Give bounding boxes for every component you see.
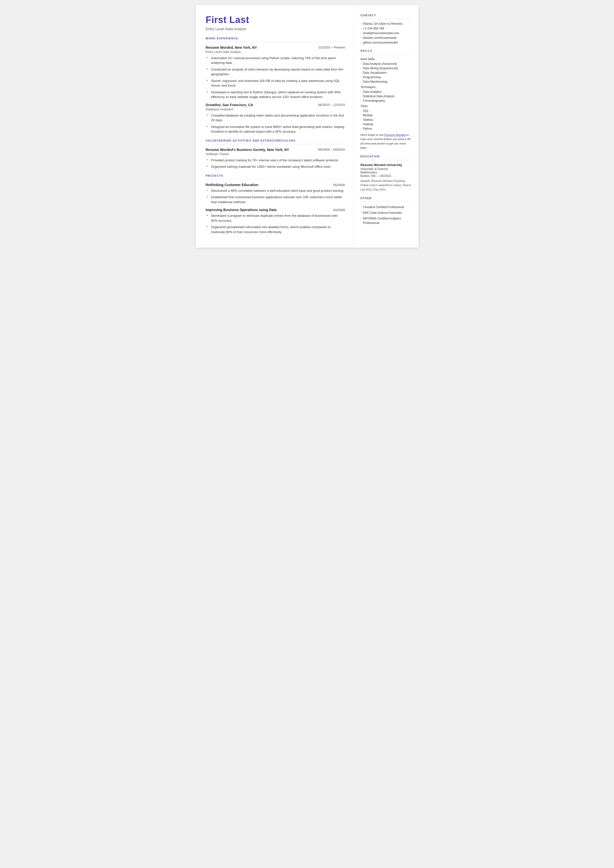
other-divider: [361, 202, 412, 202]
list-item: Data Mining (Experienced): [361, 67, 412, 70]
list-item: +1-234-456-789: [361, 27, 412, 30]
list-item: Provided product training for 70+ intern…: [207, 158, 345, 163]
project-2-bullets: Developed a program to eliminate duplica…: [206, 213, 345, 234]
list-item: Stored, organized, and examined 100 GB o…: [207, 78, 345, 88]
contact-heading: CONTACT: [361, 14, 412, 17]
education-heading: EDUCATION: [361, 155, 412, 158]
list-item: Conducted an analysis of client behavior…: [207, 67, 345, 77]
other-section: OTHER Cloudera Certified Professional EM…: [361, 197, 412, 225]
candidate-title: Entry Level Data Analyst: [206, 27, 345, 31]
job-2-role: Database Assistant: [206, 107, 345, 111]
volunteer-1-dates: 06/2009 – 04/2010: [318, 148, 345, 151]
project-1-title: Rethinking Customer Education: [206, 183, 258, 187]
promo-link[interactable]: Resume Worded: [384, 134, 406, 136]
edu-location-date: Boston, MA — 05/2010: [361, 174, 412, 178]
job-1-dates: 01/2015 – Present: [318, 45, 345, 49]
hard-skills-label: Hard Skills:: [361, 57, 412, 61]
project-2-date: 04/2009: [333, 208, 345, 212]
projects-heading: PROJECTS: [206, 174, 345, 177]
job-1-bullets: Automated 10+ manual processes using Pyt…: [206, 56, 345, 99]
list-item: Data Analytics: [361, 90, 412, 93]
header: First Last Entry Level Data Analyst: [206, 15, 345, 31]
edu-field: Mathematics: [361, 171, 412, 174]
list-item: Automated 10+ manual processes using Pyt…: [207, 56, 345, 65]
project-2-title: Improving Business Operations using Data: [206, 208, 277, 212]
tools-label: Tools:: [361, 104, 412, 108]
project-2-header: Improving Business Operations using Data…: [206, 208, 345, 212]
project-2: Improving Business Operations using Data…: [206, 208, 345, 234]
list-item: Tableau: [361, 118, 412, 121]
project-1-bullets: Discovered a 90% correlation between a w…: [206, 188, 345, 205]
edu-degree: Associate of Science: [361, 167, 412, 171]
hard-skills-list: Data Analysis (Advanced) Data Mining (Ex…: [361, 62, 412, 83]
list-item: Developed a reporting tool in Python (Dj…: [207, 90, 345, 99]
promo-text: Don't forget to use Resume Worded to sca…: [361, 133, 412, 150]
job-1-role: Entry Level Data Analyst: [206, 50, 345, 54]
list-item: Statistical Data Analysis: [361, 95, 412, 98]
list-item: Compiled database by creating index tabl…: [207, 113, 345, 123]
edu-school: Resume Worded University: [361, 163, 412, 167]
job-2-bullets: Compiled database by creating index tabl…: [206, 113, 345, 134]
volunteer-1-bullets: Provided product training for 70+ intern…: [206, 158, 345, 169]
edu-awards: Awards: Resume Worded Teaching Fellow (o…: [361, 179, 412, 192]
project-1-header: Rethinking Customer Education 05/2009: [206, 183, 345, 187]
list-item: Hadoop: [361, 123, 412, 126]
job-1-header: Resume Worded, New York, NY 01/2015 – Pr…: [206, 45, 345, 50]
list-item: SQL: [361, 109, 412, 113]
tools-list: SQL Minitab Tableau Hadoop Python: [361, 109, 412, 130]
contact-list: Atlanta, GA (Open to Remote) +1-234-456-…: [361, 22, 412, 44]
contact-section: CONTACT Atlanta, GA (Open to Remote) +1-…: [361, 14, 412, 44]
projects-section: PROJECTS Rethinking Customer Education 0…: [206, 174, 345, 234]
list-item: Organized spreadsheet information into d…: [207, 225, 345, 234]
list-item: Organized training materials for 1300+ c…: [207, 164, 345, 169]
project-1-date: 05/2009: [333, 183, 345, 187]
list-item: Minitab: [361, 113, 412, 117]
job-2-company: Growthsi, San Francisco, CA: [206, 103, 253, 107]
left-column: First Last Entry Level Data Analyst WORK…: [196, 5, 354, 248]
resume-container: First Last Entry Level Data Analyst WORK…: [196, 5, 419, 248]
list-item: EMC Data Science Associate.: [361, 211, 412, 215]
techniques-label: Techniques:: [361, 85, 412, 89]
job-2: Growthsi, San Francisco, CA 06/2010 – 12…: [206, 103, 345, 134]
skills-heading: SKILLS: [361, 49, 412, 52]
list-item: email@resumeworded.com: [361, 31, 412, 35]
list-item: Programming: [361, 76, 412, 79]
volunteering-section: VOLUNTEERING ACTIVITIES AND EXTRACURRICU…: [206, 139, 345, 169]
volunteering-heading: VOLUNTEERING ACTIVITIES AND EXTRACURRICU…: [206, 139, 345, 142]
volunteer-1-company: Resume Worded's Business Society, New Yo…: [206, 148, 289, 152]
volunteer-1-header: Resume Worded's Business Society, New Yo…: [206, 148, 345, 152]
job-1-company: Resume Worded, New York, NY: [206, 45, 257, 50]
techniques-list: Data Analytics Statistical Data Analysis…: [361, 90, 412, 102]
promo-text-before: Don't forget to use: [361, 134, 385, 136]
list-item: Data Warehousing: [361, 80, 412, 83]
list-item: Chromatography: [361, 99, 412, 102]
list-item: github.com/resumeworded: [361, 41, 412, 44]
list-item: Designed an innovative file system to tr…: [207, 124, 345, 134]
job-2-header: Growthsi, San Francisco, CA 06/2010 – 12…: [206, 103, 345, 107]
candidate-name: First Last: [206, 15, 345, 25]
volunteer-1: Resume Worded's Business Society, New Yo…: [206, 148, 345, 169]
list-item: Cloudera Certified Professional: [361, 205, 412, 209]
job-1: Resume Worded, New York, NY 01/2015 – Pr…: [206, 45, 345, 99]
list-item: Discovered a 90% correlation between a w…: [207, 188, 345, 193]
education-section: EDUCATION Resume Worded University Assoc…: [361, 155, 412, 192]
list-item: linkedin.com/in/username: [361, 36, 412, 40]
job-2-dates: 06/2010 – 12/2014: [318, 103, 345, 107]
list-item: INFORMS Certified Analytics Professional…: [361, 216, 412, 225]
volunteer-1-role: Software Trainer: [206, 152, 345, 156]
project-1: Rethinking Customer Education 05/2009 Di…: [206, 183, 345, 205]
other-list: Cloudera Certified Professional EMC Data…: [361, 205, 412, 225]
skills-section: SKILLS Hard Skills: Data Analysis (Advan…: [361, 49, 412, 150]
list-item: Developed a program to eliminate duplica…: [207, 213, 345, 223]
skills-divider: [361, 54, 412, 54]
other-heading: OTHER: [361, 197, 412, 200]
work-experience-heading: WORK EXPERIENCE: [206, 37, 345, 40]
right-column: CONTACT Atlanta, GA (Open to Remote) +1-…: [354, 5, 419, 248]
work-experience-section: WORK EXPERIENCE Resume Worded, New York,…: [206, 37, 345, 134]
list-item: Atlanta, GA (Open to Remote): [361, 22, 412, 25]
list-item: Data Analysis (Advanced): [361, 62, 412, 65]
list-item: Data Visualization: [361, 71, 412, 75]
list-item: Established that customized business app…: [207, 195, 345, 204]
list-item: Python: [361, 127, 412, 130]
